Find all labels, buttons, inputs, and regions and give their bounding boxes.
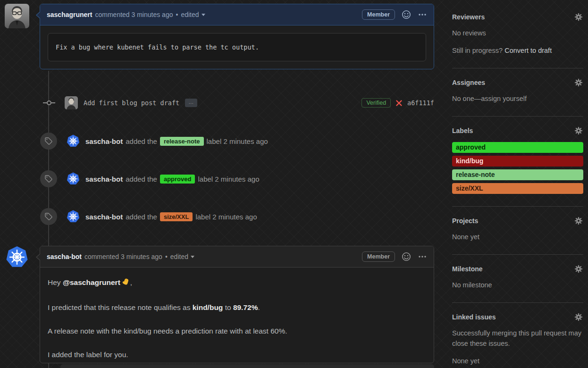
- prediction-text: I predicted that this release note quali…: [48, 303, 193, 311]
- event-action: added the: [126, 175, 157, 183]
- bubble-caret: [37, 253, 41, 261]
- sidebar-section-reviewers: Reviewers No reviews Still in progress? …: [452, 0, 583, 68]
- chevron-down-icon: [191, 256, 194, 258]
- edited-dropdown[interactable]: edited: [170, 253, 194, 260]
- greeting-text: ,: [130, 278, 132, 286]
- comment-author-link[interactable]: saschagrunert: [47, 11, 92, 18]
- ci-failed-x-icon[interactable]: [395, 100, 403, 107]
- edited-dropdown[interactable]: edited: [181, 11, 205, 18]
- commit-message-link[interactable]: Add first blog post draft: [84, 99, 179, 107]
- section-title: Labels: [452, 127, 473, 134]
- tag-icon: [40, 208, 57, 225]
- release-note-code-block: Fix a bug where kubenet fails to parse t…: [48, 33, 426, 61]
- gear-icon[interactable]: [575, 79, 582, 86]
- gear-icon[interactable]: [575, 127, 582, 134]
- prediction-text: to: [223, 303, 233, 311]
- milestone-empty-text: No milestone: [452, 280, 583, 290]
- bot-avatar-large[interactable]: [6, 246, 28, 268]
- user-avatar-image: [5, 4, 29, 28]
- sidebar-label-size-xxl[interactable]: size/XXL: [452, 183, 583, 194]
- emoji-reaction-button[interactable]: [402, 252, 411, 261]
- section-title: Assignees: [452, 79, 485, 86]
- gear-icon[interactable]: [575, 13, 582, 21]
- kebab-icon: [418, 252, 427, 261]
- event-action: added the: [126, 137, 157, 145]
- convert-to-draft-link[interactable]: Convert to draft: [504, 47, 552, 54]
- comment-body: Fix a bug where kubenet fails to parse t…: [40, 25, 434, 69]
- label-event-row: sascha-bot added the size/XXL label 2 mi…: [40, 206, 434, 227]
- event-author-link[interactable]: sascha-bot: [85, 175, 123, 183]
- label-event-row: sascha-bot added the approved label 2 mi…: [40, 168, 434, 190]
- event-action: added the: [126, 213, 157, 221]
- commit-event-row: Add first blog post draft … Verified a6f…: [40, 94, 434, 111]
- event-suffix: label 2 minutes ago: [207, 137, 268, 145]
- assign-yourself-link[interactable]: assign yourself: [481, 95, 527, 102]
- comment-options-button[interactable]: [418, 10, 427, 19]
- comment-paragraph: I added the label for you.: [48, 349, 426, 360]
- tag-icon: [40, 170, 57, 187]
- comment-timestamp[interactable]: commented 3 minutes ago: [95, 11, 173, 18]
- sidebar-label-release-note[interactable]: release-note: [452, 169, 583, 180]
- comment-timestamp[interactable]: commented 3 minutes ago: [84, 253, 162, 260]
- gear-icon[interactable]: [575, 217, 582, 225]
- comment-paragraph: I predicted that this release note quali…: [48, 302, 426, 313]
- section-title: Reviewers: [452, 13, 485, 21]
- comment-saschagrunert: saschagrunert commented 3 minutes ago • …: [40, 4, 434, 69]
- section-title: Projects: [452, 217, 478, 225]
- section-title: Milestone: [452, 265, 483, 273]
- comment-body: Hey @saschagrunert, I predicted that thi…: [40, 268, 434, 368]
- kebab-icon: [418, 10, 427, 19]
- comment-options-button[interactable]: [418, 252, 427, 261]
- verified-badge[interactable]: Verified: [361, 98, 391, 108]
- section-title: Linked issues: [452, 313, 496, 321]
- greeting-text: Hey: [48, 278, 63, 286]
- assignees-empty-text: No one—: [452, 95, 481, 102]
- event-author-link[interactable]: sascha-bot: [85, 213, 123, 221]
- label-event-row: sascha-bot added the release-note label …: [40, 130, 434, 152]
- event-suffix: label 2 minutes ago: [195, 213, 257, 221]
- user-mention-link[interactable]: @saschagrunert: [63, 278, 120, 286]
- sidebar-section-linked-issues: Linked issues Successfully merging this …: [452, 303, 583, 368]
- sidebar-label-kind-bug[interactable]: kind/bug: [452, 156, 583, 167]
- smiley-icon: [402, 10, 411, 19]
- label-badge[interactable]: size/XXL: [160, 212, 193, 221]
- bubble-caret: [37, 11, 41, 19]
- waving-hand-emoji: [121, 277, 130, 290]
- gear-icon[interactable]: [575, 313, 582, 321]
- member-badge: Member: [362, 9, 395, 20]
- chevron-down-icon: [202, 14, 205, 16]
- commit-sha-link[interactable]: a6f111f: [407, 99, 434, 107]
- commit-expand-button[interactable]: …: [185, 99, 197, 107]
- pull-request-page: saschagrunert commented 3 minutes ago • …: [0, 0, 588, 368]
- linked-issues-empty-text: None yet: [452, 356, 583, 366]
- comment-sascha-bot: sascha-bot commented 3 minutes ago • edi…: [40, 246, 434, 363]
- label-badge[interactable]: release-note: [160, 137, 204, 146]
- gear-icon[interactable]: [575, 265, 582, 273]
- comment-header: sascha-bot commented 3 minutes ago • edi…: [40, 246, 434, 268]
- git-commit-icon: [43, 99, 55, 107]
- emoji-reaction-button[interactable]: [402, 10, 411, 19]
- event-suffix: label 2 minutes ago: [198, 175, 259, 183]
- reviewers-empty-text: No reviews: [452, 28, 583, 38]
- sidebar-section-projects: Projects None yet: [452, 207, 583, 255]
- percentage-bold: 89.72%: [233, 303, 258, 311]
- comment-author-link[interactable]: sascha-bot: [47, 253, 82, 260]
- bot-avatar[interactable]: [67, 134, 80, 148]
- commit-author-avatar[interactable]: [65, 96, 78, 109]
- bot-avatar[interactable]: [67, 210, 80, 223]
- tag-icon: [40, 133, 57, 150]
- sidebar-section-assignees: Assignees No one—assign yourself: [452, 68, 583, 117]
- user-avatar[interactable]: [5, 4, 29, 28]
- meta-separator: •: [176, 11, 178, 18]
- comment-paragraph: A release note with the kind/bug needs a…: [48, 326, 426, 337]
- next-timeline-item-edge: [60, 364, 434, 368]
- member-badge: Member: [362, 251, 395, 262]
- sidebar-label-approved[interactable]: approved: [452, 142, 583, 153]
- prediction-text: .: [258, 303, 260, 311]
- meta-separator: •: [165, 253, 168, 260]
- bot-avatar[interactable]: [67, 172, 80, 185]
- label-badge[interactable]: approved: [160, 175, 195, 184]
- event-author-link[interactable]: sascha-bot: [85, 137, 123, 145]
- comment-paragraph: Hey @saschagrunert,: [48, 277, 426, 290]
- sidebar: Reviewers No reviews Still in progress? …: [452, 0, 583, 368]
